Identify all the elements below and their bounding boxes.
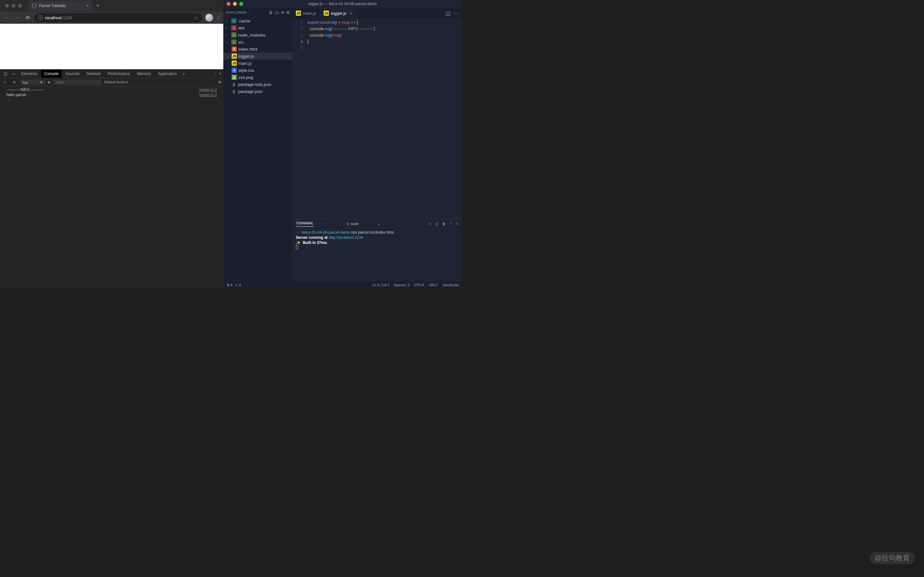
editor-tab-logger[interactable]: JSlogger.js× — [320, 8, 356, 19]
url-port: :1234 — [61, 15, 72, 20]
folder-node-modules[interactable]: ›▪node_modules — [223, 31, 292, 39]
folder-cache[interactable]: ›▪.cache — [223, 17, 292, 24]
status-lang[interactable]: JavaScript — [443, 283, 459, 287]
status-bar: ⊗ 0 ⚠ 0 Ln 4, Col 2 Spaces: 2 UTF-8 CRLF… — [223, 282, 462, 288]
address-bar[interactable]: i localhost:1234 ☆ — [34, 13, 202, 22]
devtools-menu-icon[interactable]: ⋮ — [213, 71, 216, 76]
status-warnings[interactable]: ⚠ 0 — [235, 283, 241, 287]
html-icon: 5 — [232, 47, 237, 52]
bookmark-icon[interactable]: ☆ — [194, 15, 198, 20]
file-style-css[interactable]: #style.css — [223, 67, 292, 74]
devtools-tabs: ◰ ▭ Elements Console Sources Network Per… — [0, 69, 223, 78]
file-package-lock[interactable]: {}package-lock.json — [223, 81, 292, 88]
status-encoding[interactable]: UTF-8 — [414, 283, 424, 287]
reload-button[interactable]: ⟳ — [24, 13, 31, 22]
profile-avatar[interactable] — [205, 14, 213, 21]
tab-performance[interactable]: Performance — [105, 69, 133, 78]
new-file-icon[interactable]: 🗎 — [269, 10, 273, 15]
code-lines[interactable]: export const log = msg => { console.log(… — [307, 19, 462, 219]
devtools-panel: ◰ ▭ Elements Console Sources Network Per… — [0, 69, 223, 288]
url-host: localhost — [45, 15, 61, 20]
status-errors[interactable]: ⊗ 0 — [226, 283, 232, 287]
more-icon[interactable]: ⋯ — [454, 10, 459, 16]
file-index-html[interactable]: 5index.html — [223, 45, 292, 53]
menu-icon[interactable]: ⋮ — [216, 15, 221, 20]
tab-network[interactable]: Network — [83, 69, 104, 78]
folder-dist[interactable]: ›▪dist — [223, 24, 292, 31]
status-position[interactable]: Ln 4, Col 2 — [373, 283, 389, 287]
split-icon[interactable]: ◫ — [446, 10, 451, 16]
eye-icon[interactable]: ◉ — [47, 80, 51, 84]
traffic-light-min[interactable] — [11, 4, 15, 8]
chevron-up-icon[interactable]: ⌃ — [449, 222, 452, 226]
folder-src[interactable]: ⌄▪src — [223, 39, 292, 45]
js-icon: JS — [232, 61, 237, 66]
folder-icon: ▪ — [231, 39, 236, 45]
terminal-tab[interactable]: TERMINAL — [296, 221, 314, 227]
file-logger-js[interactable]: JSlogger.js — [223, 53, 292, 60]
close-icon[interactable]: × — [456, 222, 458, 226]
tab-console[interactable]: Console — [41, 69, 61, 78]
traffic-light-close[interactable] — [226, 2, 230, 6]
log-source[interactable]: logger.js:3 — [199, 93, 217, 97]
traffic-light-min[interactable] — [233, 2, 237, 6]
filter-input[interactable] — [53, 80, 102, 85]
more-tabs-icon[interactable]: » — [181, 70, 187, 77]
traffic-light-max[interactable] — [239, 2, 243, 6]
gear-icon[interactable]: ⚙ — [218, 80, 221, 84]
console-prompt[interactable]: › — [0, 97, 223, 103]
collapse-icon[interactable]: ⧉ — [286, 10, 289, 15]
inspect-icon[interactable]: ◰ — [2, 70, 9, 77]
terminal-body[interactable]: → fed-e-01-04-06-parcel-demo npx parcel … — [292, 229, 462, 282]
tab-application[interactable]: Application — [155, 69, 180, 78]
traffic-light-max[interactable] — [18, 4, 22, 8]
console-body: ---------- INFO ---------- logger.js:2 h… — [0, 87, 223, 288]
status-eol[interactable]: CRLF — [429, 283, 438, 287]
levels-select[interactable]: Default levels ▾ — [104, 80, 128, 84]
tab-title: Parcel Tutorials — [39, 3, 66, 8]
back-button[interactable]: ← — [3, 13, 10, 22]
tab-sources[interactable]: Sources — [62, 69, 83, 78]
forward-button[interactable]: → — [13, 13, 21, 22]
traffic-light-close[interactable] — [5, 4, 9, 8]
close-icon[interactable]: × — [350, 11, 352, 16]
browser-tab-strip: Parcel Tutorials × + — [0, 0, 223, 11]
devtools-close-icon[interactable]: × — [219, 71, 221, 76]
editor-tab-main[interactable]: JSmain.js — [292, 8, 320, 19]
status-spaces[interactable]: Spaces: 2 — [394, 283, 410, 287]
log-source[interactable]: logger.js:2 — [199, 87, 217, 92]
log-msg: hello parcel — [6, 93, 26, 97]
console-toolbar: ▷ ⊘ top▾ ◉ Default levels ▾ ⚙ — [0, 78, 223, 87]
file-main-js[interactable]: JSmain.js — [223, 60, 292, 67]
browser-tab[interactable]: Parcel Tutorials × — [28, 1, 92, 11]
clear-icon[interactable]: ⊘ — [11, 79, 18, 85]
log-msg: ---------- INFO ---------- — [6, 87, 43, 92]
file-zce-png[interactable]: ▲zce.png — [223, 74, 292, 81]
file-package-json[interactable]: {}package.json — [223, 88, 292, 95]
vscode-window: logger.js — fed-e-01-04-06-parcel-demo E… — [223, 0, 462, 288]
info-icon[interactable]: i — [38, 15, 43, 20]
device-icon[interactable]: ▭ — [10, 70, 17, 77]
refresh-icon[interactable]: ⟳ — [281, 10, 284, 15]
split-terminal-icon[interactable]: ◫ — [435, 222, 438, 226]
explorer-sidebar: EXPLORER:... 🗎 🗀 ⟳ ⧉ ›▪.cache ›▪dist ›▪n… — [223, 8, 292, 282]
play-icon[interactable]: ▷ — [2, 79, 8, 85]
more-icon[interactable]: ⋯ — [319, 222, 322, 226]
log-line: hello parcel logger.js:3 — [0, 92, 223, 97]
line-gutter: 12345 — [292, 19, 307, 219]
js-icon: JS — [324, 11, 329, 16]
new-tab-button[interactable]: + — [92, 3, 103, 9]
context-select[interactable]: top▾ — [20, 79, 45, 85]
window-controls — [226, 2, 243, 6]
new-folder-icon[interactable]: 🗀 — [275, 10, 279, 15]
browser-toolbar: ← → ⟳ i localhost:1234 ☆ ⋮ — [0, 11, 223, 24]
tab-memory[interactable]: Memory — [134, 69, 154, 78]
globe-icon — [32, 3, 37, 8]
terminal-select[interactable]: 1: node⌄ — [347, 222, 381, 226]
tab-elements[interactable]: Elements — [18, 69, 40, 78]
new-terminal-icon[interactable]: + — [429, 222, 431, 226]
trash-icon[interactable]: 🗑 — [442, 222, 446, 226]
code-editor[interactable]: 12345 export const log = msg => { consol… — [292, 19, 462, 219]
js-icon: JS — [232, 53, 237, 59]
close-icon[interactable]: × — [86, 3, 89, 8]
